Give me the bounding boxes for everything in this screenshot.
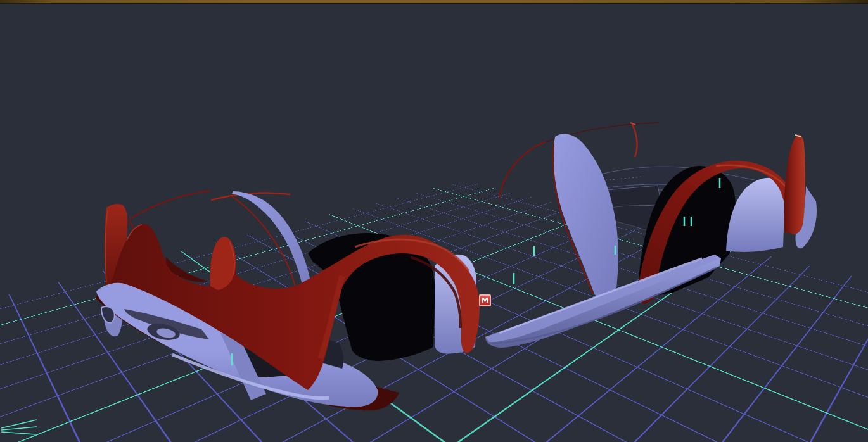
mesh-overlay <box>0 0 868 442</box>
3d-viewport[interactable]: M <box>0 0 868 442</box>
grid-corner-fan-lines <box>1 420 37 434</box>
toolbar-edge-strip <box>0 0 868 4</box>
rear-fender-liner[interactable] <box>553 134 618 299</box>
m-marker-badge[interactable]: M <box>479 294 491 306</box>
